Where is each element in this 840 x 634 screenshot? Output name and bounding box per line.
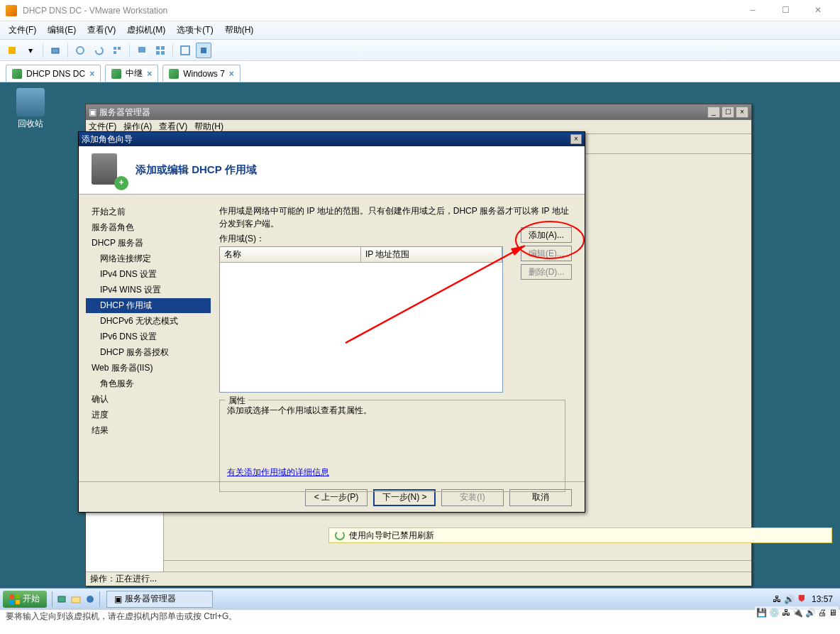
svg-rect-6 bbox=[138, 47, 145, 53]
sm-maximize-button[interactable]: ☐ bbox=[722, 106, 734, 118]
col-ip-range[interactable]: IP 地址范围 bbox=[361, 247, 502, 262]
tab-label: DHCP DNS DC bbox=[26, 69, 85, 79]
add-button[interactable]: 添加(A)... bbox=[521, 227, 572, 243]
vm-icon bbox=[111, 69, 121, 79]
wizard-close-icon[interactable]: × bbox=[570, 134, 582, 144]
scope-table[interactable]: 名称 IP 地址范围 bbox=[219, 246, 503, 393]
view-thumbnails-icon[interactable] bbox=[153, 43, 168, 58]
svg-rect-0 bbox=[9, 47, 16, 54]
svg-rect-4 bbox=[118, 47, 121, 50]
wizard-nav-item[interactable]: DHCP 服务器 bbox=[86, 236, 211, 251]
vmware-tabstrip: DHCP DNS DC × 中继 × Windows 7 × bbox=[0, 61, 840, 82]
svg-rect-22 bbox=[10, 600, 14, 604]
maximize-button[interactable]: ☐ bbox=[769, 0, 802, 21]
snapshot-take-icon[interactable] bbox=[72, 43, 88, 58]
ie-icon[interactable] bbox=[83, 592, 97, 606]
device-hdd-icon[interactable]: 💾 bbox=[756, 608, 767, 618]
tab-relay[interactable]: 中继 × bbox=[105, 65, 158, 82]
recycle-bin-icon bbox=[16, 88, 45, 116]
vmware-titlebar: DHCP DNS DC - VMware Workstation – ☐ ✕ bbox=[0, 0, 840, 21]
snapshot-icon[interactable] bbox=[48, 43, 63, 58]
wizard-server-icon: + bbox=[92, 153, 126, 187]
vmware-toolbar: ▾ bbox=[0, 40, 840, 61]
wizard-titlebar[interactable]: 添加角色向导 × bbox=[79, 132, 585, 146]
view-console-icon[interactable] bbox=[134, 43, 150, 58]
windows-icon bbox=[10, 594, 20, 604]
device-sound-icon[interactable]: 🔊 bbox=[805, 608, 816, 618]
task-server-manager[interactable]: ▣ 服务器管理器 bbox=[106, 591, 213, 608]
menu-view[interactable]: 查看(V) bbox=[83, 22, 120, 38]
wizard-nav-item[interactable]: DHCP 服务器授权 bbox=[86, 345, 211, 360]
server-manager-statusbar: 操作：正在进行... bbox=[86, 572, 751, 586]
tab-windows7[interactable]: Windows 7 × bbox=[162, 65, 241, 82]
tray-clock[interactable]: 13:57 bbox=[809, 594, 836, 604]
power-dropdown-icon[interactable]: ▾ bbox=[23, 43, 38, 58]
explorer-icon[interactable] bbox=[69, 592, 83, 606]
tray-network-icon[interactable]: 🖧 bbox=[773, 594, 781, 604]
device-display-icon[interactable]: 🖥 bbox=[829, 608, 837, 618]
svg-rect-7 bbox=[156, 46, 160, 50]
menu-help[interactable]: 帮助(H) bbox=[221, 22, 258, 38]
svg-point-2 bbox=[77, 47, 84, 54]
fullscreen-icon[interactable] bbox=[177, 43, 193, 58]
wizard-header: + 添加或编辑 DHCP 作用域 bbox=[79, 146, 585, 195]
horizontal-scrollbar[interactable] bbox=[164, 560, 751, 572]
vm-desktop[interactable]: 回收站 ▣ 服务器管理器 _ ☐ × 文件(F) 操作(A) 查看(V) 帮助(… bbox=[0, 82, 840, 609]
tab-dhcp-dns-dc[interactable]: DHCP DNS DC × bbox=[6, 65, 101, 82]
wizard-nav-item[interactable]: IPv4 DNS 设置 bbox=[86, 267, 211, 282]
wizard-nav-item[interactable]: IPv4 WINS 设置 bbox=[86, 283, 211, 297]
server-manager-titlebar[interactable]: ▣ 服务器管理器 _ ☐ × bbox=[86, 104, 751, 120]
show-desktop-icon[interactable] bbox=[55, 592, 69, 606]
wizard-nav-item[interactable]: 结果 bbox=[86, 423, 211, 438]
start-label: 开始 bbox=[23, 593, 40, 605]
device-cd-icon[interactable]: 💿 bbox=[769, 608, 780, 618]
wizard-nav-item[interactable]: IPv6 DNS 设置 bbox=[86, 329, 211, 344]
tab-label: 中继 bbox=[126, 67, 143, 80]
svg-rect-8 bbox=[161, 46, 165, 50]
minimize-button[interactable]: – bbox=[736, 0, 769, 21]
col-name[interactable]: 名称 bbox=[220, 247, 361, 262]
host-hint-bar: 要将输入定向到该虚拟机，请在虚拟机内部单击或按 Ctrl+G。 bbox=[0, 609, 840, 623]
menu-tabs[interactable]: 选项卡(T) bbox=[172, 22, 217, 38]
wizard-title: 添加角色向导 bbox=[82, 133, 570, 146]
more-info-link[interactable]: 有关添加作用域的详细信息 bbox=[227, 466, 329, 479]
tab-label: Windows 7 bbox=[183, 69, 225, 79]
wizard-nav-item[interactable]: 服务器角色 bbox=[86, 220, 211, 235]
wizard-nav-item[interactable]: DHCP 作用域 bbox=[86, 298, 211, 313]
host-device-tray: 💾 💿 🖧 🔌 🔊 🖨 🖥 bbox=[755, 606, 839, 619]
wizard-heading: 添加或编辑 DHCP 作用域 bbox=[136, 163, 257, 177]
snapshot-manage-icon[interactable] bbox=[109, 43, 125, 58]
guest-taskbar: 开始 ▣ 服务器管理器 🖧 🔊 ⛊ 13:57 bbox=[0, 588, 840, 609]
host-hint-text: 要将输入定向到该虚拟机，请在虚拟机内部单击或按 Ctrl+G。 bbox=[6, 611, 237, 623]
tray-shield-icon[interactable]: ⛊ bbox=[797, 594, 806, 604]
close-tab-icon[interactable]: × bbox=[229, 69, 234, 79]
device-printer-icon[interactable]: 🖨 bbox=[818, 608, 827, 618]
tray-sound-icon[interactable]: 🔊 bbox=[784, 594, 795, 604]
menu-file[interactable]: 文件(F) bbox=[4, 22, 40, 38]
close-tab-icon[interactable]: × bbox=[147, 69, 152, 79]
menu-edit[interactable]: 编辑(E) bbox=[43, 22, 80, 38]
device-network-icon[interactable]: 🖧 bbox=[782, 608, 790, 618]
wizard-nav-item[interactable]: 网络连接绑定 bbox=[86, 251, 211, 266]
sm-minimize-button[interactable]: _ bbox=[707, 106, 720, 118]
power-on-icon[interactable] bbox=[4, 43, 20, 58]
recycle-bin[interactable]: 回收站 bbox=[13, 88, 48, 130]
svg-rect-23 bbox=[16, 600, 20, 604]
wizard-nav-item[interactable]: DHCPv6 无状态模式 bbox=[86, 314, 211, 329]
wizard-nav-item[interactable]: 确认 bbox=[86, 392, 211, 407]
wizard-nav-item[interactable]: 进度 bbox=[86, 408, 211, 422]
close-tab-icon[interactable]: × bbox=[89, 69, 94, 79]
start-button[interactable]: 开始 bbox=[3, 591, 47, 608]
menu-vm[interactable]: 虚拟机(M) bbox=[123, 22, 170, 38]
close-button[interactable]: ✕ bbox=[802, 0, 834, 21]
device-usb-icon[interactable]: 🔌 bbox=[792, 608, 803, 618]
server-manager-icon: ▣ bbox=[89, 107, 96, 117]
sm-close-button[interactable]: × bbox=[736, 106, 748, 118]
add-role-wizard: 添加角色向导 × + 添加或编辑 DHCP 作用域 开始之前服务器角色DHCP … bbox=[78, 131, 585, 513]
wizard-nav-item[interactable]: Web 服务器(IIS) bbox=[86, 361, 211, 376]
wizard-nav-item[interactable]: 角色服务 bbox=[86, 376, 211, 391]
wizard-nav-item[interactable]: 开始之前 bbox=[86, 204, 211, 219]
snapshot-revert-icon[interactable] bbox=[91, 43, 106, 58]
unity-icon[interactable] bbox=[196, 43, 211, 58]
delete-button: 删除(D)... bbox=[521, 264, 572, 280]
